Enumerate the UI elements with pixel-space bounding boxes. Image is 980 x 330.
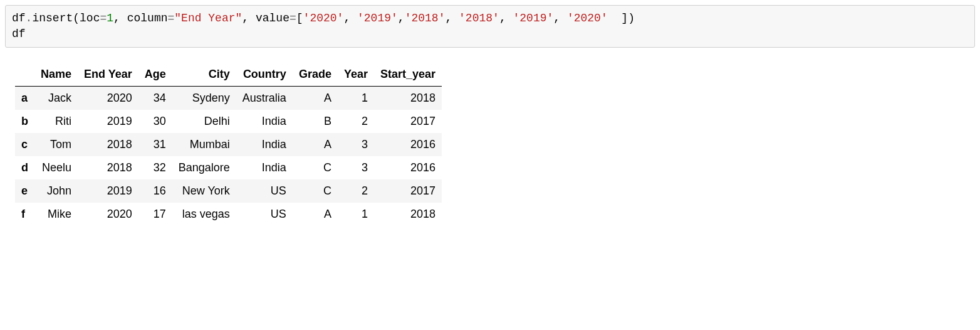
code-token: '2019' [357,12,398,24]
index-header [15,63,34,87]
code-token: , [343,12,357,24]
column-header: Age [138,63,172,87]
column-header: City [172,63,236,87]
code-token [608,12,622,24]
cell: 1 [338,203,374,226]
cell: Tom [34,133,78,156]
code-token: , [398,12,405,24]
cell: Neelu [34,156,78,179]
row-index: a [15,87,34,110]
cell: New York [172,179,236,203]
code-token: . [26,12,33,24]
dataframe-table: Name End Year Age City Country Grade Yea… [15,63,442,226]
table-header-row: Name End Year Age City Country Grade Yea… [15,63,442,87]
cell: 17 [138,203,172,226]
cell: India [236,110,293,133]
cell: India [236,156,293,179]
cell: 34 [138,87,172,110]
code-input-cell[interactable]: df.insert(loc=1, column="End Year", valu… [5,5,975,48]
code-token: "End Year" [174,12,242,24]
cell: 3 [338,156,374,179]
code-token: = [100,12,107,24]
cell: India [236,133,293,156]
code-token: '2020' [303,12,344,24]
code-token: loc [80,12,100,24]
cell: 3 [338,133,374,156]
code-token: , [113,12,127,24]
code-token: value [256,12,289,24]
cell: C [293,156,338,179]
code-token: ] [621,12,628,24]
cell: 2016 [374,133,442,156]
cell: Bangalore [172,156,236,179]
cell: Delhi [172,110,236,133]
cell: 2 [338,179,374,203]
cell: C [293,179,338,203]
cell: Australia [236,87,293,110]
table-row: f Mike 2020 17 las vegas US A 1 2018 [15,203,442,226]
code-token: [ [296,12,303,24]
column-header: Name [34,63,78,87]
cell: A [293,87,338,110]
code-token: '2018' [459,12,499,24]
code-token: df [12,12,26,24]
cell: 2017 [374,179,442,203]
cell: 2018 [374,87,442,110]
cell: 32 [138,156,172,179]
cell: 16 [138,179,172,203]
cell: A [293,133,338,156]
row-index: d [15,156,34,179]
table-row: b Riti 2019 30 Delhi India B 2 2017 [15,110,442,133]
code-token: , [553,12,567,24]
cell: 2016 [374,156,442,179]
cell: B [293,110,338,133]
table-row: c Tom 2018 31 Mumbai India A 3 2016 [15,133,442,156]
column-header: Country [236,63,293,87]
cell: John [34,179,78,203]
cell: Mumbai [172,133,236,156]
code-token: = [168,12,175,24]
cell: 2020 [78,87,138,110]
cell: 2018 [78,156,138,179]
cell: 2019 [78,179,138,203]
table-row: a Jack 2020 34 Sydeny Australia A 1 2018 [15,87,442,110]
cell: las vegas [172,203,236,226]
cell: 31 [138,133,172,156]
cell: US [236,203,293,226]
code-token: df [12,28,26,40]
code-token: 1 [107,12,113,24]
table-row: d Neelu 2018 32 Bangalore India C 3 2016 [15,156,442,179]
column-header: Grade [293,63,338,87]
output-area: Name End Year Age City Country Grade Yea… [15,63,975,226]
code-token: , [499,12,513,24]
row-index: e [15,179,34,203]
cell: 2017 [374,110,442,133]
code-token: '2018' [405,12,446,24]
row-index: c [15,133,34,156]
cell: US [236,179,293,203]
cell: 2018 [78,133,138,156]
code-token: , [242,12,256,24]
row-index: b [15,110,34,133]
code-token: = [289,12,296,24]
code-token: , [445,12,459,24]
cell: Riti [34,110,78,133]
code-token: column [127,12,168,24]
cell: Sydeny [172,87,236,110]
cell: 30 [138,110,172,133]
column-header: End Year [78,63,138,87]
table-row: e John 2019 16 New York US C 2 2017 [15,179,442,203]
cell: A [293,203,338,226]
code-token: insert [32,12,73,24]
code-token: '2019' [513,12,553,24]
cell: 2020 [78,203,138,226]
column-header: Year [338,63,374,87]
code-token: ( [73,12,80,24]
column-header: Start_year [374,63,442,87]
cell: 2019 [78,110,138,133]
code-token: '2020' [567,12,608,24]
cell: 1 [338,87,374,110]
row-index: f [15,203,34,226]
cell: Mike [34,203,78,226]
cell: Jack [34,87,78,110]
